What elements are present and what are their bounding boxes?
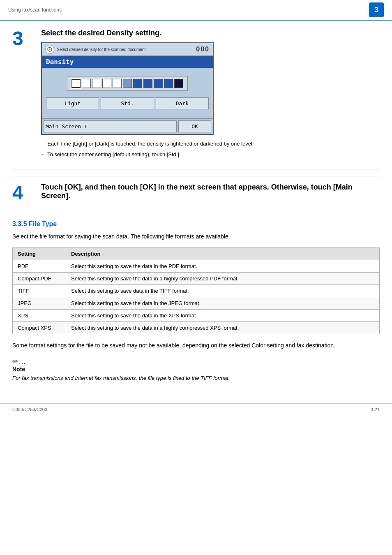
table-row: JPEGSelect this setting to save the data… xyxy=(13,297,380,310)
ok-button[interactable]: OK xyxy=(178,120,211,132)
table-row: PDFSelect this setting to save the data … xyxy=(13,260,380,273)
chapter-number: 3 xyxy=(369,2,384,17)
table-row: Compact XPSSelect this setting to save t… xyxy=(13,322,380,334)
step4-text: Touch [OK], and then touch [OK] in the n… xyxy=(41,183,380,200)
top-bar: Using fax/scan functions 3 xyxy=(0,0,392,21)
bullet-item: –To select the center setting (default s… xyxy=(41,150,380,159)
density-box-6 xyxy=(133,79,142,88)
section-heading: 3.3.5 File Type xyxy=(12,220,380,228)
divider1 xyxy=(12,169,380,169)
density-buttons[interactable]: LightStd.Dark xyxy=(46,97,209,109)
step3-content: Select the desired Density setting. Sele… xyxy=(41,29,380,161)
setting-cell: XPS xyxy=(13,310,66,322)
scanner-icon xyxy=(47,46,53,52)
section-335: 3.3.5 File Type Select the file format f… xyxy=(12,220,380,383)
main-screen-label: Main Screen ↑ xyxy=(46,123,88,130)
setting-cell: JPEG xyxy=(13,297,66,310)
device-ui-header-text: Select desired density for the scanned d… xyxy=(57,47,147,52)
bullet-text: Each time [Light] or [Dark] is touched, … xyxy=(47,140,254,148)
density-btn-dark[interactable]: Dark xyxy=(156,97,209,109)
svg-point-1 xyxy=(49,49,51,50)
description-cell: Select this setting to save the data in … xyxy=(66,310,380,322)
table-row: TIFFSelect this setting to save data in … xyxy=(13,285,380,297)
section-title: File Type xyxy=(29,220,57,227)
note-pencil-icon: ✏… xyxy=(12,357,380,366)
description-cell: Select this setting to save the data in … xyxy=(66,322,380,334)
ok-label: OK xyxy=(191,123,198,130)
density-box-0 xyxy=(71,79,81,88)
footer-left: C353/C253/C203 xyxy=(12,407,47,412)
step4-section: 4 Touch [OK], and then touch [OK] in the… xyxy=(12,176,380,212)
note-section: ✏… Note For fax transmissions and Intern… xyxy=(12,357,380,383)
file-type-table: Setting Description PDFSelect this setti… xyxy=(12,247,380,334)
step3-number: 3 xyxy=(12,29,33,49)
step3-title: Select the desired Density setting. xyxy=(41,29,380,37)
note-text: For fax transmissions and Internet fax t… xyxy=(12,374,380,383)
device-icon xyxy=(45,45,54,54)
description-cell: Select this setting to save the data in … xyxy=(66,273,380,285)
setting-cell: Compact XPS xyxy=(13,322,66,334)
device-ui-header-left: Select desired density for the scanned d… xyxy=(45,45,147,54)
table-row: XPSSelect this setting to save the data … xyxy=(13,310,380,322)
bullet-dash: – xyxy=(41,140,44,148)
step3-bullets: –Each time [Light] or [Dark] is touched,… xyxy=(41,140,380,158)
density-box-2 xyxy=(92,79,101,88)
density-box-7 xyxy=(143,79,152,88)
description-cell: Select this setting to save the data in … xyxy=(66,297,380,310)
density-btn-light[interactable]: Light xyxy=(46,97,99,109)
device-ui-title-bar: Density xyxy=(42,56,213,68)
setting-cell: TIFF xyxy=(13,285,66,297)
device-ui-footer[interactable]: Main Screen ↑ OK xyxy=(42,118,213,134)
table-body: PDFSelect this setting to save the data … xyxy=(13,260,380,334)
section-intro: Select the file format for saving the sc… xyxy=(12,232,380,241)
bullet-dash: – xyxy=(41,150,44,159)
device-ui-header: Select desired density for the scanned d… xyxy=(42,43,213,56)
density-box-10 xyxy=(174,79,183,88)
description-cell: Select this setting to save data in the … xyxy=(66,285,380,297)
density-slider-area xyxy=(46,76,209,91)
density-box-5 xyxy=(123,79,132,88)
footer-right: 3-21 xyxy=(371,407,380,412)
density-btn-std.[interactable]: Std. xyxy=(101,97,154,109)
bullet-item: –Each time [Light] or [Dark] is touched,… xyxy=(41,140,380,148)
density-box-1 xyxy=(82,79,91,88)
step4-content: Touch [OK], and then touch [OK] in the n… xyxy=(41,183,380,205)
main-screen-button[interactable]: Main Screen ↑ xyxy=(44,120,177,132)
device-ui: Select desired density for the scanned d… xyxy=(41,42,214,135)
density-box-9 xyxy=(164,79,173,88)
device-ui-counter: 000 xyxy=(196,46,210,53)
density-box-3 xyxy=(102,79,111,88)
density-box-4 xyxy=(113,79,122,88)
page-footer: C353/C253/C203 3-21 xyxy=(0,403,392,415)
table-row: Compact PDFSelect this setting to save t… xyxy=(13,273,380,285)
step3-section: 3 Select the desired Density setting. xyxy=(12,29,380,161)
setting-cell: Compact PDF xyxy=(13,273,66,285)
main-content: 3 Select the desired Density setting. xyxy=(0,25,392,391)
description-cell: Select this setting to save the data in … xyxy=(66,260,380,273)
section-number: 3.3.5 xyxy=(12,220,27,227)
device-ui-body: LightStd.Dark xyxy=(42,68,213,118)
step4-number: 4 xyxy=(12,183,33,203)
table-header-description: Description xyxy=(66,248,380,260)
format-note: Some format settings for the file to be … xyxy=(12,341,380,350)
note-label: Note xyxy=(12,366,380,372)
density-box-8 xyxy=(154,79,163,88)
table-header-setting: Setting xyxy=(13,248,66,260)
bullet-text: To select the center setting (default se… xyxy=(47,150,180,159)
density-slider xyxy=(67,76,188,91)
breadcrumb: Using fax/scan functions xyxy=(8,7,62,13)
setting-cell: PDF xyxy=(13,260,66,273)
